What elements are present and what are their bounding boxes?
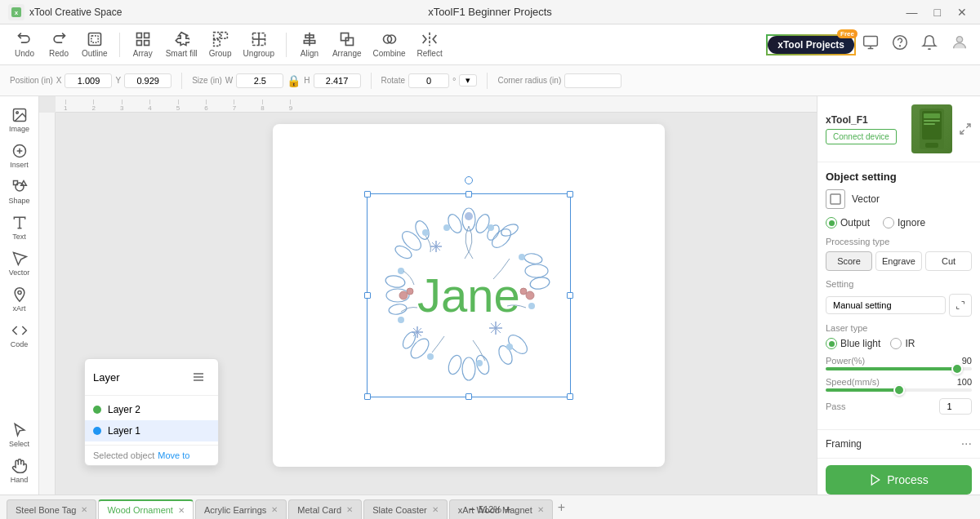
add-tab-button[interactable]: +: [558, 500, 565, 515]
object-setting-title: Object setting: [826, 171, 972, 183]
outline-button[interactable]: Outline: [77, 28, 113, 61]
tab-label-slate-coaster: Slate Coaster: [372, 505, 427, 515]
score-btn[interactable]: Score: [826, 251, 872, 271]
svg-text:Jane: Jane: [417, 268, 520, 322]
layer-list: Layer 2 Layer 1: [85, 396, 218, 445]
power-slider-row: Power(%) 90: [826, 356, 972, 370]
setting-select[interactable]: Manual setting: [826, 296, 946, 314]
svg-rect-6: [136, 41, 141, 46]
tab-slate-coaster[interactable]: Slate Coaster ✕: [363, 499, 448, 519]
framing-more-btn[interactable]: ···: [961, 437, 972, 451]
rotate-handle[interactable]: [465, 176, 473, 184]
zoom-out-button[interactable]: −: [469, 503, 475, 516]
rotate-input[interactable]: [408, 73, 449, 88]
layer-menu-btn[interactable]: [187, 366, 210, 388]
close-button[interactable]: ✕: [952, 4, 972, 20]
connect-device-btn[interactable]: Connect device: [826, 129, 897, 144]
tab-steel-bone-tag[interactable]: Steel Bone Tag ✕: [7, 499, 96, 519]
canvas-background[interactable]: Jane: [273, 124, 665, 467]
sidebar-item-text[interactable]: Text: [2, 211, 37, 245]
framing-header: Framing ···: [826, 437, 972, 451]
undo-button[interactable]: Undo: [8, 28, 41, 61]
output-radio[interactable]: Output: [826, 217, 870, 228]
sidebar-item-insert[interactable]: Insert: [2, 139, 37, 173]
ir-radio[interactable]: IR: [890, 338, 915, 349]
output-label: Output: [840, 217, 870, 228]
sidebar-label-text: Text: [12, 233, 26, 241]
canvas-artwork[interactable]: Jane: [359, 185, 579, 406]
array-button[interactable]: Array: [127, 28, 159, 61]
sidebar-item-code[interactable]: Code: [2, 318, 37, 353]
sidebar-item-shape[interactable]: Shape: [2, 175, 37, 209]
svg-point-53: [474, 353, 491, 375]
power-slider-thumb[interactable]: [951, 363, 963, 375]
tab-close-acrylic-earrings[interactable]: ✕: [271, 505, 278, 514]
y-input[interactable]: [124, 73, 172, 88]
lock-icon[interactable]: 🔒: [287, 74, 301, 87]
notifications-button[interactable]: [918, 31, 941, 58]
tab-close-xart-wood-magnet[interactable]: ✕: [537, 505, 544, 514]
tab-metal-card[interactable]: Metal Card ✕: [288, 499, 362, 519]
arrange-button[interactable]: Arrange: [327, 28, 367, 61]
h-input[interactable]: [314, 73, 361, 88]
svg-point-68: [427, 353, 434, 360]
engrave-btn[interactable]: Engrave: [875, 251, 922, 271]
rotate-step-btn[interactable]: ▾: [459, 74, 477, 86]
tab-acrylic-earrings[interactable]: Acrylic Earrings ✕: [195, 499, 287, 519]
group-button[interactable]: Group: [204, 28, 237, 61]
vector-type-icon: [826, 189, 845, 209]
xtool-projects-btn[interactable]: xTool Projects Free: [766, 34, 856, 55]
x-input[interactable]: [65, 73, 112, 88]
layer-panel: Layer Layer 2 Layer 1 Selected object Mo…: [84, 358, 219, 466]
tab-close-slate-coaster[interactable]: ✕: [432, 505, 439, 514]
minimize-button[interactable]: —: [902, 4, 923, 20]
combine-button[interactable]: Combine: [368, 28, 411, 61]
right-panel-expand-btn[interactable]: [959, 122, 972, 135]
smart-fill-button[interactable]: Smart fill: [161, 28, 203, 61]
user-avatar[interactable]: [947, 30, 972, 59]
move-to-link[interactable]: Move to: [158, 450, 189, 460]
layer-item-1[interactable]: Layer 1: [85, 420, 218, 441]
process-main-btn[interactable]: Process: [826, 465, 972, 495]
tab-close-steel-bone-tag[interactable]: ✕: [81, 505, 87, 514]
align-button[interactable]: Align: [293, 28, 326, 61]
sidebar-item-select[interactable]: Select: [2, 418, 37, 452]
xtool-projects-label: xTool Projects: [777, 39, 844, 51]
blue-light-radio[interactable]: Blue light: [826, 338, 880, 349]
sidebar-item-vector[interactable]: Vector: [2, 246, 37, 281]
layer-item-2[interactable]: Layer 2: [85, 399, 218, 420]
canvas-area[interactable]: 1 2 3 4 5 6 7 8 9: [39, 96, 817, 495]
rotate-group: Rotate ° ▾: [381, 73, 478, 88]
tab-wood-ornament[interactable]: Wood Ornament ✕: [98, 499, 194, 519]
device-manager-button[interactable]: [859, 31, 882, 58]
ungroup-button[interactable]: Ungroup: [238, 28, 279, 61]
pass-input[interactable]: [939, 398, 972, 415]
processing-type-label: Processing type: [826, 237, 972, 246]
redo-button[interactable]: Redo: [42, 28, 75, 61]
speed-value: 100: [957, 377, 972, 387]
svg-rect-10: [213, 40, 220, 47]
corner-input[interactable]: [564, 73, 621, 88]
speed-slider-track[interactable]: [826, 388, 972, 392]
setting-expand-btn[interactable]: [949, 294, 972, 317]
reflect-button[interactable]: Reflect: [412, 28, 448, 61]
sidebar-item-hand[interactable]: Hand: [2, 454, 37, 488]
w-input[interactable]: [236, 73, 283, 88]
cut-btn[interactable]: Cut: [925, 251, 972, 271]
app-logo-icon: x: [8, 4, 24, 20]
help-button[interactable]: [889, 31, 911, 58]
ignore-radio[interactable]: Ignore: [883, 217, 925, 228]
prop-sep-1: [181, 73, 182, 89]
speed-slider-thumb[interactable]: [893, 384, 905, 396]
power-label-row: Power(%) 90: [826, 356, 972, 366]
sidebar-item-xart[interactable]: xArt: [2, 282, 37, 317]
maximize-button[interactable]: □: [929, 4, 946, 20]
svg-line-99: [960, 130, 964, 134]
sidebar-item-image[interactable]: Image: [2, 103, 37, 137]
tab-close-wood-ornament[interactable]: ✕: [178, 506, 185, 515]
tab-close-metal-card[interactable]: ✕: [346, 505, 353, 514]
ignore-radio-circle: [883, 217, 894, 228]
speed-slider-row: Speed(mm/s) 100: [826, 377, 972, 392]
zoom-in-button[interactable]: +: [505, 503, 511, 516]
power-slider-track[interactable]: [826, 367, 972, 370]
